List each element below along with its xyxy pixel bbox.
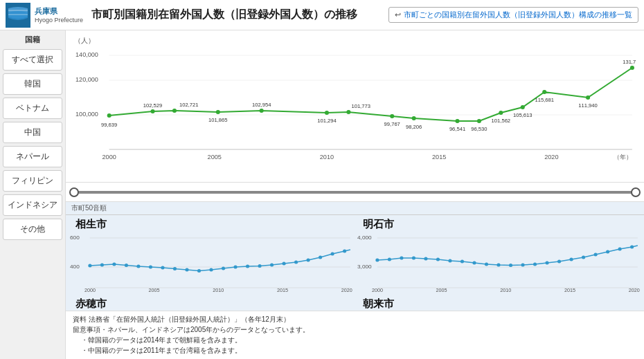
svg-point-75 [282, 262, 285, 266]
svg-point-91 [375, 259, 379, 262]
svg-point-63 [136, 265, 140, 268]
svg-text:600: 600 [70, 234, 80, 241]
svg-text:96,530: 96,530 [471, 126, 487, 132]
svg-point-24 [390, 114, 394, 118]
time-slider[interactable] [66, 183, 644, 202]
chart-ako: 赤穂市 600 400 2000 2005 2010 2015 2020 [69, 297, 354, 311]
footnote-note2: ・韓国籍のデータは2014年まで朝鮮籍を含みます。 [81, 335, 637, 345]
svg-text:2005: 2005 [436, 288, 447, 293]
svg-text:111,940: 111,940 [578, 102, 597, 109]
svg-point-70 [222, 267, 225, 270]
svg-point-100 [485, 263, 488, 266]
svg-text:2010: 2010 [320, 154, 334, 160]
svg-point-31 [586, 95, 590, 100]
svg-point-104 [533, 263, 537, 266]
page-title: 市町別国籍別在留外国人数（旧登録外国人数）の推移 [91, 8, 388, 22]
svg-text:2010: 2010 [500, 288, 511, 293]
content-area: （人） 140,000 120,000 100,000 2000 2005 20… [66, 30, 644, 359]
footnote-note3: ・中国籍のデータは2011年まで台湾籍を含みます。 [81, 345, 637, 356]
sidebar-item-all[interactable]: すべて選択 [3, 49, 62, 71]
svg-point-110 [606, 250, 609, 254]
slider-thumb-right[interactable] [631, 187, 641, 197]
chart-akashi-svg: 4,000 3,000 2000 2005 2010 2015 2020 [356, 232, 641, 293]
svg-text:2020: 2020 [629, 288, 640, 293]
city-section-label: 市町50音順 [66, 202, 644, 215]
back-link-button[interactable]: ↩ 市町ごとの国籍別在留外国人数（旧登録外国人数）構成の推移一覧 [388, 7, 638, 23]
svg-text:99,639: 99,639 [101, 122, 117, 128]
main-layout: 国籍 すべて選択 韓国 ベトナム 中国 ネパール フィリピン インドネシア その… [0, 30, 644, 359]
svg-text:100,000: 100,000 [75, 111, 98, 118]
svg-point-80 [343, 250, 346, 253]
svg-text:2000: 2000 [102, 154, 116, 160]
svg-text:2015: 2015 [432, 154, 446, 160]
svg-point-60 [100, 264, 104, 267]
svg-text:102,954: 102,954 [252, 102, 271, 108]
svg-point-65 [161, 266, 164, 270]
bottom-section: 市町50音順 相生市 600 400 2000 2005 2010 [66, 202, 644, 359]
svg-text:99,767: 99,767 [384, 121, 400, 127]
sidebar-item-nepal[interactable]: ネパール [3, 146, 62, 167]
svg-point-21 [260, 109, 264, 113]
svg-text:101,773: 101,773 [351, 103, 370, 109]
chart-asago: 朝来市 400 200 2000 2005 2010 2015 2020 [356, 297, 641, 311]
svg-text:2005: 2005 [208, 154, 222, 160]
logo-area: 兵庫県 Hyogo Prefecture [6, 3, 83, 28]
svg-point-76 [294, 261, 298, 264]
svg-text:2000: 2000 [372, 288, 383, 293]
svg-point-20 [216, 110, 220, 114]
main-chart-area: （人） 140,000 120,000 100,000 2000 2005 20… [66, 30, 644, 183]
svg-point-61 [112, 263, 116, 266]
chart-akashi: 明石市 4,000 3,000 2000 2005 2010 2015 2020 [356, 218, 641, 295]
sidebar-item-indonesia[interactable]: インドネシア [3, 194, 62, 216]
svg-point-68 [197, 269, 201, 273]
svg-point-102 [509, 264, 512, 267]
chart-ako-title: 赤穂市 [69, 297, 354, 311]
sidebar: 国籍 すべて選択 韓国 ベトナム 中国 ネパール フィリピン インドネシア その… [0, 30, 66, 359]
svg-point-59 [88, 264, 91, 268]
svg-point-18 [150, 109, 154, 113]
svg-text:2015: 2015 [277, 288, 288, 293]
svg-text:120,000: 120,000 [75, 76, 98, 83]
y-axis-label: （人） [74, 36, 636, 46]
svg-text:2020: 2020 [544, 154, 558, 160]
svg-point-66 [173, 267, 177, 270]
svg-point-77 [307, 259, 310, 262]
svg-point-79 [331, 252, 334, 256]
sidebar-item-china[interactable]: 中国 [3, 122, 62, 143]
sidebar-item-korea[interactable]: 韓国 [3, 73, 62, 95]
svg-text:102,721: 102,721 [179, 102, 198, 108]
svg-point-32 [630, 66, 634, 70]
svg-point-62 [125, 264, 128, 267]
svg-text:98,206: 98,206 [406, 124, 422, 130]
sidebar-item-other[interactable]: その他 [3, 219, 62, 240]
slider-thumb-left[interactable] [69, 187, 79, 197]
svg-text:400: 400 [70, 264, 80, 270]
back-arrow-icon: ↩ [395, 10, 401, 19]
svg-point-99 [472, 261, 476, 265]
svg-point-109 [594, 253, 598, 257]
chart-akashi-title: 明石市 [356, 218, 641, 232]
svg-point-19 [172, 109, 177, 113]
svg-point-106 [557, 260, 561, 264]
chart-asago-title: 朝来市 [356, 297, 641, 311]
svg-text:2005: 2005 [149, 288, 160, 293]
sidebar-item-philippines[interactable]: フィリピン [3, 170, 62, 192]
svg-point-111 [618, 248, 622, 251]
chart-aioi-svg: 600 400 2000 2005 2010 2015 2020 [69, 232, 354, 293]
svg-point-95 [424, 257, 427, 261]
svg-text:2000: 2000 [84, 288, 96, 293]
svg-point-72 [246, 265, 249, 268]
footnote-note1: 留意事項・ネパール、インドネシアは2005年からのデータとなっています。 [73, 324, 637, 335]
svg-point-107 [569, 258, 573, 261]
svg-point-23 [346, 110, 350, 114]
svg-text:2020: 2020 [341, 288, 352, 293]
sidebar-item-vietnam[interactable]: ベトナム [3, 98, 62, 119]
prefecture-logo [6, 3, 30, 28]
svg-point-108 [582, 256, 585, 259]
svg-point-92 [388, 258, 391, 261]
svg-text:115,681: 115,681 [535, 97, 553, 103]
svg-point-27 [477, 119, 481, 123]
svg-text:3,000: 3,000 [357, 264, 372, 270]
prefecture-name: 兵庫県 Hyogo Prefecture [35, 6, 83, 24]
main-chart-svg: 140,000 120,000 100,000 2000 2005 2010 2… [74, 47, 636, 165]
